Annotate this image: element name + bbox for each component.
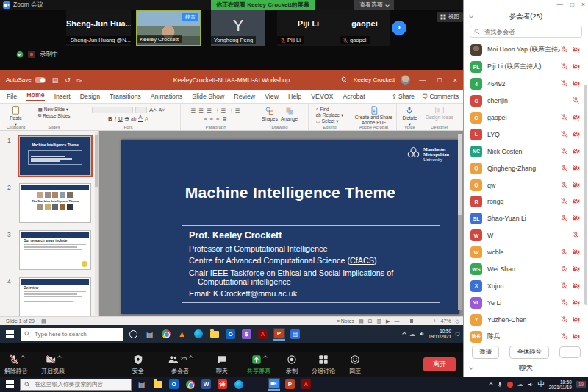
youdao-icon[interactable]: 译 xyxy=(216,378,229,391)
participant-row[interactable]: Cchenjin xyxy=(464,93,588,110)
mic-muted-icon[interactable] xyxy=(560,77,568,90)
slide-scrollbar[interactable] xyxy=(458,134,462,310)
view-options-button[interactable]: 查看选项 xyxy=(354,0,394,10)
video-off-icon[interactable] xyxy=(572,279,580,293)
video-off-icon[interactable] xyxy=(572,313,580,327)
design-ideas-button[interactable]: Design Ideas xyxy=(425,106,454,121)
tray-mic-icon[interactable] xyxy=(497,381,503,388)
video-tile[interactable]: gaopeigaopei xyxy=(340,10,390,46)
normal-view-icon[interactable]: ▤ xyxy=(359,318,364,324)
video-off-icon[interactable] xyxy=(572,43,580,57)
tab-design[interactable]: Design xyxy=(80,93,100,100)
onedrive-icon[interactable]: ☁ xyxy=(409,331,415,338)
video-off-icon[interactable] xyxy=(572,128,580,141)
panel-minimize-button[interactable]: — xyxy=(556,1,563,8)
outlook-icon[interactable]: O xyxy=(224,328,237,341)
panel-close-button[interactable]: × xyxy=(581,1,585,8)
tray-recording-icon[interactable] xyxy=(507,382,513,388)
acrobat-icon[interactable]: A xyxy=(257,328,269,341)
font-name-box[interactable] xyxy=(92,107,133,113)
participant-row[interactable]: YYuzhen-Chen xyxy=(464,311,588,328)
font-color-button[interactable]: A xyxy=(138,115,142,122)
mic-muted-icon[interactable] xyxy=(560,145,568,158)
collapse-icon[interactable] xyxy=(469,14,473,18)
dictate-button[interactable]: Dictate ▾ xyxy=(402,106,417,127)
participant-search-input[interactable] xyxy=(483,27,571,36)
participant-search[interactable] xyxy=(470,26,582,38)
tab-file[interactable]: File xyxy=(7,93,17,100)
tab-home[interactable]: Home xyxy=(26,91,44,101)
account-name[interactable]: Keeley Crockett xyxy=(354,76,395,83)
chevron-up-icon[interactable] xyxy=(189,355,193,360)
tab-acrobat[interactable]: Acrobat xyxy=(343,93,365,100)
participant-row[interactable]: 446492 xyxy=(464,76,588,93)
finance-app-icon[interactable]: $ xyxy=(240,328,253,341)
video-off-icon[interactable] xyxy=(572,263,580,276)
ime-indicator[interactable]: 中 xyxy=(538,379,545,389)
find-button[interactable]: ⌕ Find xyxy=(316,106,343,112)
edge-icon[interactable] xyxy=(192,328,204,341)
save-icon[interactable]: ▤ xyxy=(52,76,59,84)
word-icon[interactable]: W xyxy=(200,378,212,391)
comments-button[interactable]: 🗨 Comments xyxy=(422,93,459,100)
start-video-button[interactable]: 开启视频 xyxy=(41,354,65,375)
zoom-icon[interactable] xyxy=(268,378,280,391)
tab-help[interactable]: Help xyxy=(288,93,301,100)
arrange-button[interactable]: Arrange xyxy=(281,107,298,121)
video-tile[interactable]: Piji LiPiji Li xyxy=(277,10,340,46)
participant-row[interactable]: XXujun xyxy=(464,277,588,294)
participant-row[interactable]: LLYQ xyxy=(464,126,588,143)
video-off-icon[interactable] xyxy=(572,212,580,225)
video-off-icon[interactable] xyxy=(572,111,580,124)
participant-row[interactable]: WSWei Shao xyxy=(464,261,588,278)
tab-transitions[interactable]: Transitions xyxy=(110,93,141,100)
notes-icon[interactable]: ▤ xyxy=(41,318,46,324)
breakout-button[interactable]: 分组讨论 xyxy=(312,354,335,375)
video-tile[interactable]: 静音Keeley Crockett xyxy=(136,10,201,46)
participant-row[interactable]: PLPiji Li (联席主持人) xyxy=(464,59,588,76)
reading-view-icon[interactable]: ▥ xyxy=(376,318,381,324)
mic-muted-icon[interactable] xyxy=(560,296,568,310)
align-buttons[interactable]: ≡ ≡ ≡ ≣ xyxy=(204,115,228,122)
mic-muted-icon[interactable] xyxy=(560,179,568,192)
chevron-up-icon[interactable] xyxy=(263,355,268,360)
video-off-icon[interactable] xyxy=(572,77,580,90)
participant-row[interactable]: YLYe Li xyxy=(464,294,588,311)
participants-button[interactable]: 25参会者 xyxy=(168,354,193,375)
mic-muted-icon[interactable] xyxy=(560,279,568,293)
mic-muted-icon[interactable] xyxy=(560,195,568,208)
chevron-up-icon[interactable] xyxy=(21,355,25,360)
notes-toggle[interactable]: ≡ Notes xyxy=(337,318,354,324)
mute-badge[interactable]: 静音 xyxy=(182,13,198,21)
collapse-icon[interactable] xyxy=(469,366,473,370)
participant-row[interactable]: 陈兵陈兵 xyxy=(464,328,588,345)
tray-expand-icon[interactable] xyxy=(489,382,493,387)
zoom-level[interactable]: 47% xyxy=(441,318,451,324)
mic-muted-icon[interactable] xyxy=(560,212,568,225)
chevron-up-icon[interactable] xyxy=(57,355,62,360)
paste-button[interactable]: Paste▾ xyxy=(10,105,22,127)
video-tile[interactable]: Sheng-Jun Hua...Sheng-Jun Huang @N... xyxy=(66,10,131,46)
mic-muted-icon[interactable] xyxy=(572,229,580,242)
file-explorer-icon[interactable] xyxy=(151,378,164,391)
italic-button[interactable]: I xyxy=(115,115,116,122)
start-button[interactable] xyxy=(6,330,14,338)
fit-slide-icon[interactable]: ◇ xyxy=(456,318,459,324)
search-icon[interactable] xyxy=(341,76,348,83)
minimize-button[interactable]: — xyxy=(416,76,429,84)
participant-row[interactable]: NCNick Costen xyxy=(464,143,588,160)
slide-thumbnail[interactable]: 1Machine Intelligence Theme xyxy=(19,136,91,176)
slide-sorter-icon[interactable]: ⊞ xyxy=(368,318,373,324)
video-off-icon[interactable] xyxy=(572,179,580,192)
char-spacing-button[interactable]: ab xyxy=(131,116,136,121)
participant-row[interactable]: SLShao-Yuan Li xyxy=(464,210,588,227)
account-avatar[interactable] xyxy=(401,75,410,85)
acrobat-icon[interactable]: A xyxy=(300,378,312,391)
start-button[interactable] xyxy=(6,380,14,388)
font-size-box[interactable] xyxy=(135,107,147,113)
mic-muted-icon[interactable] xyxy=(572,94,580,107)
shrink-font-icon[interactable]: A˅ xyxy=(159,107,165,113)
select-button[interactable]: ▭ Select ▾ xyxy=(316,118,343,124)
thumbnail-scrollbar[interactable] xyxy=(95,132,98,315)
mic-muted-icon[interactable] xyxy=(560,43,568,57)
